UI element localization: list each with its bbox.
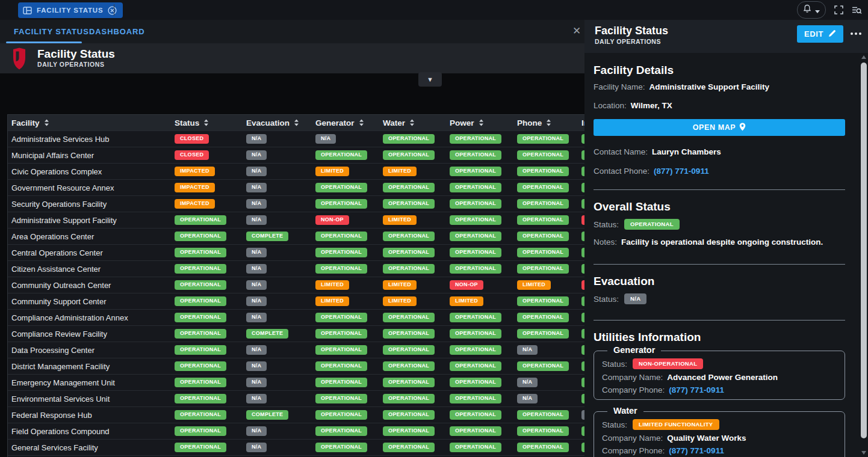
more-options-icon[interactable] — [848, 28, 864, 40]
status-badge: OPERATIONAL — [383, 232, 435, 241]
table-row[interactable]: District Management FacilityOPERATIONALN… — [8, 358, 584, 375]
table-row[interactable]: Compliance Administration AnnexOPERATION… — [8, 310, 584, 326]
status-badge: OPERATIONAL — [517, 215, 569, 225]
table-row[interactable]: Citizen Assistance CenterOPERATIONALN/AO… — [8, 261, 584, 277]
generator-phone-row: Company Phone: (877) 771-0911 — [602, 385, 845, 394]
column-header-phone[interactable]: Phone — [517, 118, 581, 127]
evacuation-cell: N/A — [246, 183, 315, 192]
generator-cell: LIMITED — [315, 167, 383, 176]
table-row[interactable]: Environmental Services UnitOPERATIONALN/… — [8, 391, 584, 407]
facility-name-cell: Community Outreach Center — [8, 281, 175, 290]
table-row[interactable]: General Services FacilityOPERATIONALN/AO… — [8, 440, 584, 456]
water-company-label: Company Name: — [602, 434, 663, 443]
top-window-bar: FACILITY STATUS — [0, 0, 868, 20]
phone-cell: OPERATIONAL — [517, 248, 581, 257]
edit-button[interactable]: EDIT — [797, 25, 843, 43]
scrollbar-thumb[interactable] — [861, 63, 867, 438]
status-badge: N/A — [246, 215, 267, 225]
scroll-down-icon[interactable] — [861, 451, 866, 455]
status-badge: LIMITED — [383, 167, 417, 176]
panel-scrollbar[interactable] — [860, 54, 867, 456]
water-status-label: Status: — [602, 420, 627, 429]
tab-facility-status[interactable]: FACILITY STATUS — [14, 20, 89, 43]
fullscreen-icon[interactable] — [834, 5, 843, 14]
table-row[interactable]: Municipal Affairs CenterCLOSEDN/AOPERATI… — [8, 147, 584, 164]
chevron-down-icon — [815, 5, 820, 16]
status-badge: OPERATIONAL — [175, 345, 226, 355]
generator-phone-link[interactable]: (877) 771-0911 — [669, 385, 724, 394]
column-header-power[interactable]: Power — [450, 118, 517, 127]
phone-cell: LIMITED — [517, 280, 581, 290]
phone-cell: OPERATIONAL — [517, 443, 581, 452]
generator-cell: OPERATIONAL — [315, 232, 383, 241]
status-cell: OPERATIONAL — [175, 215, 246, 225]
status-cell: OPERATIONAL — [175, 410, 246, 420]
overall-status-row: Status: OPERATIONAL — [594, 219, 680, 230]
window-tab-close-icon[interactable] — [108, 6, 117, 15]
location-value: Wilmer, TX — [631, 101, 672, 110]
power-cell: OPERATIONAL — [450, 443, 517, 452]
collapse-toggle-button[interactable]: ▼ — [418, 72, 442, 87]
water-cell: OPERATIONAL — [383, 232, 450, 241]
phone-cell: OPERATIONAL — [517, 183, 581, 192]
column-header-facility[interactable]: Facility — [8, 118, 175, 127]
table-row[interactable]: Federal Response HubOPERATIONALCOMPLETEO… — [8, 407, 584, 423]
scroll-up-icon[interactable] — [861, 55, 866, 59]
contact-phone-link[interactable]: (877) 771-0911 — [654, 167, 709, 176]
phone-cell: OPERATIONAL — [517, 296, 581, 306]
table-body: Administrative Services HubCLOSEDN/AN/AO… — [8, 131, 584, 456]
generator-cell: OPERATIONAL — [315, 345, 383, 355]
evacuation-cell: N/A — [246, 426, 315, 436]
generator-cell: OPERATIONAL — [315, 394, 383, 403]
status-badge: OPERATIONAL — [315, 183, 367, 192]
power-cell: OPERATIONAL — [450, 215, 517, 225]
table-row[interactable]: Administrative Services HubCLOSEDN/AN/AO… — [8, 131, 584, 147]
generator-company-row: Company Name: Advanced Power Generation — [602, 373, 845, 382]
table-row[interactable]: Emergency Management UnitOPERATIONALN/AO… — [8, 375, 584, 391]
column-header-evacuation[interactable]: Evacuation — [246, 118, 315, 127]
table-row[interactable]: Area Operations CenterOPERATIONALCOMPLET… — [8, 228, 584, 245]
detail-panel-header: Facility Status DAILY OPERATIONS EDIT — [584, 20, 868, 53]
search-list-icon[interactable] — [852, 6, 862, 14]
evacuation-cell: N/A — [246, 296, 315, 306]
generator-cell: OPERATIONAL — [315, 150, 383, 160]
table-header-row: FacilityStatusEvacuationGeneratorWaterPo… — [8, 115, 584, 131]
water-phone-link[interactable]: (877) 771-0911 — [669, 446, 724, 455]
column-header-water[interactable]: Water — [383, 118, 450, 127]
status-badge: OPERATIONAL — [450, 199, 501, 209]
window-tab-facility-status[interactable]: FACILITY STATUS — [18, 2, 123, 18]
table-row[interactable]: Data Processing CenterOPERATIONALN/AOPER… — [8, 342, 584, 358]
layout-grid-icon — [23, 7, 32, 14]
table-row[interactable]: Central Operations CenterOPERATIONALN/AO… — [8, 245, 584, 261]
contact-name-row: Contact Name: Lauryn Chambers — [594, 147, 721, 156]
status-badge: COMPLETE — [246, 329, 288, 339]
status-cell: IMPACTED — [175, 167, 246, 176]
water-phone-label: Company Phone: — [602, 446, 665, 455]
table-row[interactable]: Civic Operations ComplexIMPACTEDN/ALIMIT… — [8, 164, 584, 180]
column-header-status[interactable]: Status — [175, 118, 246, 127]
close-icon[interactable]: ✕ — [571, 25, 583, 37]
column-header-generator[interactable]: Generator — [315, 118, 383, 127]
status-badge: OPERATIONAL — [450, 410, 501, 420]
water-fieldset: Water Status: LIMITED FUNCTIONALITY Comp… — [594, 411, 845, 457]
detail-panel: Facility Details Facility Name: Administ… — [584, 53, 868, 457]
tab-dashboard[interactable]: DASHBOARD — [89, 20, 145, 43]
open-map-button[interactable]: OPEN MAP — [594, 119, 845, 136]
table-row[interactable]: Field Operations CompoundOPERATIONALN/AO… — [8, 423, 584, 440]
notifications-button[interactable] — [797, 1, 826, 19]
panel-title: Facility Status — [595, 25, 668, 37]
table-row[interactable]: Administrative Support FacilityOPERATION… — [8, 212, 584, 228]
table-row[interactable]: Community Outreach CenterOPERATIONALN/AL… — [8, 277, 584, 293]
generator-company-label: Company Name: — [602, 373, 663, 382]
table-row[interactable]: Compliance Review FacilityOPERATIONALCOM… — [8, 326, 584, 342]
table-row[interactable]: Security Operations FacilityIMPACTEDN/AO… — [8, 196, 584, 212]
table-row[interactable]: Community Support CenterOPERATIONALN/ALI… — [8, 293, 584, 310]
facility-name-cell: District Management Facility — [8, 362, 175, 371]
status-badge: OPERATIONAL — [315, 410, 367, 420]
table-row[interactable]: Government Resource AnnexIMPACTEDN/AOPER… — [8, 180, 584, 196]
generator-cell: OPERATIONAL — [315, 361, 383, 371]
water-status-row: Status: LIMITED FUNCTIONALITY — [602, 419, 845, 430]
generator-cell: OPERATIONAL — [315, 410, 383, 420]
status-cell: CLOSED — [175, 150, 246, 160]
status-badge: OPERATIONAL — [315, 361, 367, 371]
